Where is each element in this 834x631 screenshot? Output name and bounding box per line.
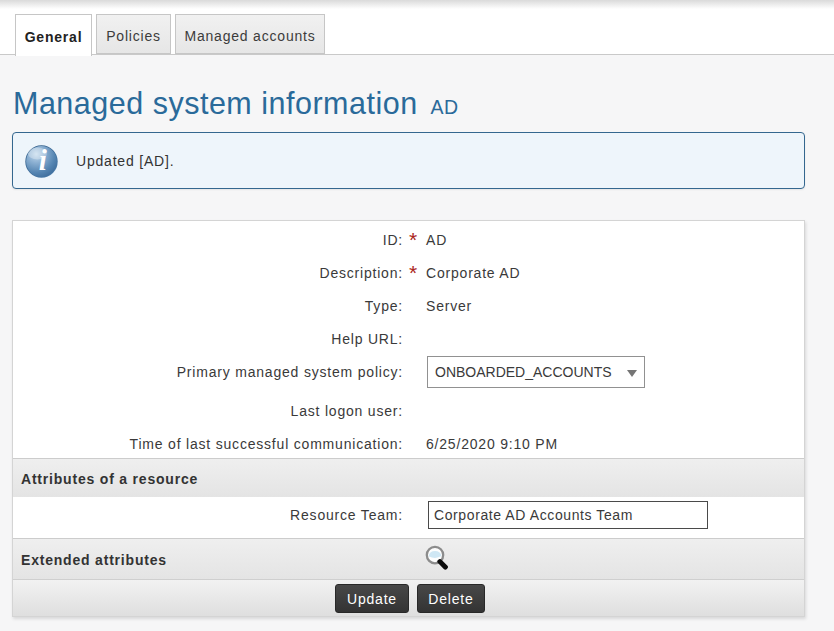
svg-text:i: i bbox=[39, 145, 48, 176]
